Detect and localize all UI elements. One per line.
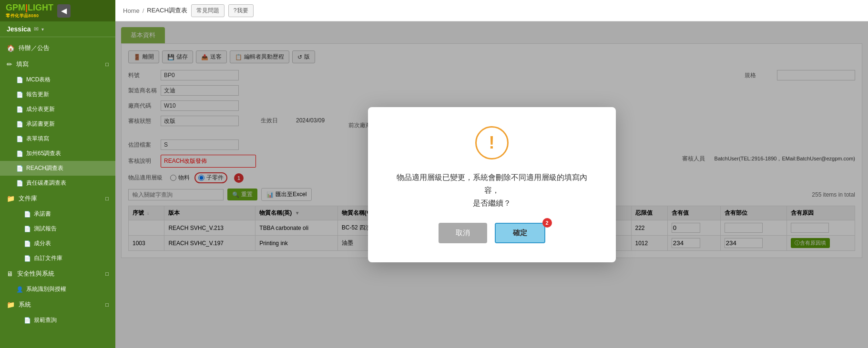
home-icon: 🏠 xyxy=(7,44,15,52)
folder-icon: 📁 xyxy=(7,195,15,202)
sidebar-item-label: 文件庫 xyxy=(19,194,37,203)
sidebar-item-write[interactable]: ✏ 填寫 □ xyxy=(0,56,115,72)
sidebar-item-report-update[interactable]: 📄 報告更新 xyxy=(0,87,115,102)
doc-icon: 📄 xyxy=(16,77,23,83)
sidebar-item-notifications[interactable]: 🏠 待辦／公告 xyxy=(0,40,115,56)
folder-icon: 📁 xyxy=(7,301,15,308)
top-bar: Home / REACH調查表 常見問題 ?我要 xyxy=(115,0,868,21)
sidebar-item-custom-doc[interactable]: 📄 自訂文件庫 xyxy=(0,251,115,266)
breadcrumb-home: Home xyxy=(123,7,140,14)
breadcrumb-sep: / xyxy=(143,7,144,14)
doc-icon: 📄 xyxy=(16,136,23,142)
help-button[interactable]: ?我要 xyxy=(228,4,254,17)
sidebar-item-responsible[interactable]: 📄 責任碳產調查表 xyxy=(0,176,115,190)
logo-text: GPM|LIGHT 零件化学品8080 xyxy=(6,3,53,19)
doc-icon: 📄 xyxy=(24,211,31,218)
modal-overlay: ! 物品適用層級已變更，系統會刪除不同適用層級的填寫內容， 是否繼續？ 取消 確… xyxy=(115,21,868,348)
page-body: 基本資料 🚪 離開 💾 儲存 📤 送客 xyxy=(115,21,868,348)
sidebar-sub-label: 系統識別與授權 xyxy=(26,285,66,293)
warning-circle: ! xyxy=(475,126,509,159)
modal-buttons: 取消 確定 2 xyxy=(392,223,592,243)
doc-icon: 📄 xyxy=(16,91,23,98)
user-bar[interactable]: Jessica ✉ ▾ xyxy=(0,21,115,37)
sidebar-sub-label: 自訂文件庫 xyxy=(34,254,62,262)
modal-box: ! 物品適用層級已變更，系統會刪除不同適用層級的填寫內容， 是否繼續？ 取消 確… xyxy=(368,107,616,263)
sidebar-sub-label: MCD表格 xyxy=(26,76,51,84)
expand-icon: □ xyxy=(105,302,109,308)
doc-icon: 📄 xyxy=(24,317,31,324)
expand-icon: □ xyxy=(105,61,109,67)
doc-icon: 📄 xyxy=(16,106,23,113)
sidebar-item-component-update[interactable]: 📄 成分表更新 xyxy=(0,102,115,117)
sidebar-item-label: 待辦／公告 xyxy=(19,44,50,52)
sidebar: GPM|LIGHT 零件化学品8080 ◀ Jessica ✉ ▾ 🏠 待辦／公… xyxy=(0,0,115,348)
modal-message: 物品適用層級已變更，系統會刪除不同適用層級的填寫內容， 是否繼續？ xyxy=(392,171,592,210)
sidebar-sub-label: 規範查詢 xyxy=(34,316,57,324)
exclamation-icon: ! xyxy=(489,134,495,151)
doc-icon: 📄 xyxy=(16,150,23,157)
user-icon: 👤 xyxy=(16,286,23,293)
doc-icon: 📄 xyxy=(16,165,23,172)
sidebar-item-label: 安全性與系統 xyxy=(17,269,54,278)
sidebar-item-sysauth[interactable]: 👤 系統識別與授權 xyxy=(0,282,115,297)
sidebar-item-label: 填寫 xyxy=(16,60,29,69)
sidebar-sub-label: REACH調查表 xyxy=(26,164,63,172)
mail-icon: ✉ xyxy=(34,26,39,32)
sidebar-item-label: 系統 xyxy=(19,300,31,309)
sidebar-item-spec-query[interactable]: 📄 規範查詢 xyxy=(0,313,115,328)
sidebar-sub-label: 表單填寫 xyxy=(26,135,49,143)
modal-confirm-button[interactable]: 確定 xyxy=(495,223,545,243)
edit-icon: ✏ xyxy=(7,60,12,68)
doc-icon: 📄 xyxy=(24,226,31,232)
sidebar-item-reach[interactable]: 📄 REACH調查表 xyxy=(0,161,115,176)
breadcrumb-current: REACH調查表 xyxy=(147,6,187,15)
sidebar-sub-label: 報告更新 xyxy=(26,90,49,99)
doc-icon: 📄 xyxy=(16,180,23,187)
sidebar-header: GPM|LIGHT 零件化学品8080 ◀ xyxy=(0,0,115,21)
sidebar-item-mcd[interactable]: 📄 MCD表格 xyxy=(0,72,115,87)
user-dropdown-arrow: ▾ xyxy=(41,27,44,32)
main-content: Home / REACH調查表 常見問題 ?我要 基本資料 🚪 離開 xyxy=(115,0,868,348)
sidebar-item-component[interactable]: 📄 成分表 xyxy=(0,236,115,251)
sidebar-sub-label: 承諾書更新 xyxy=(26,120,55,128)
sidebar-sub-label: 加州65調查表 xyxy=(26,149,61,158)
sidebar-item-safety[interactable]: 🖥 安全性與系統 □ xyxy=(0,266,115,282)
step2-badge: 2 xyxy=(542,218,552,228)
sidebar-item-system[interactable]: 📁 系統 □ xyxy=(0,297,115,313)
sidebar-item-promise-update[interactable]: 📄 承諾書更新 xyxy=(0,117,115,131)
sidebar-menu: 🏠 待辦／公告 ✏ 填寫 □ 📄 MCD表格 📄 報告更新 📄 成分表更新 xyxy=(0,37,115,348)
sidebar-sub-label: 責任碳產調查表 xyxy=(26,179,66,187)
back-button[interactable]: ◀ xyxy=(57,4,71,18)
faq-button[interactable]: 常見問題 xyxy=(191,4,225,17)
user-name: Jessica xyxy=(7,25,31,33)
sidebar-item-test-report[interactable]: 📄 測試報告 xyxy=(0,221,115,236)
doc-icon: 📄 xyxy=(16,121,23,128)
sidebar-item-ca65[interactable]: 📄 加州65調查表 xyxy=(0,146,115,161)
sidebar-item-doclib[interactable]: 📁 文件庫 □ xyxy=(0,190,115,207)
doc-icon: 📄 xyxy=(24,240,31,247)
breadcrumb: Home / REACH調查表 xyxy=(123,6,187,15)
doc-icon: 📄 xyxy=(24,255,31,262)
sidebar-sub-label: 成分表更新 xyxy=(26,105,55,113)
modal-cancel-button[interactable]: 取消 xyxy=(439,223,487,243)
sidebar-item-promise[interactable]: 📄 承諾書 xyxy=(0,207,115,221)
expand-icon: □ xyxy=(105,196,109,201)
expand-icon: □ xyxy=(105,271,109,277)
sidebar-sub-label: 測試報告 xyxy=(34,225,57,233)
sidebar-sub-label: 成分表 xyxy=(34,239,51,248)
sidebar-sub-label: 承諾書 xyxy=(34,210,51,218)
sidebar-item-table-fill[interactable]: 📄 表單填寫 xyxy=(0,131,115,146)
monitor-icon: 🖥 xyxy=(7,270,13,278)
